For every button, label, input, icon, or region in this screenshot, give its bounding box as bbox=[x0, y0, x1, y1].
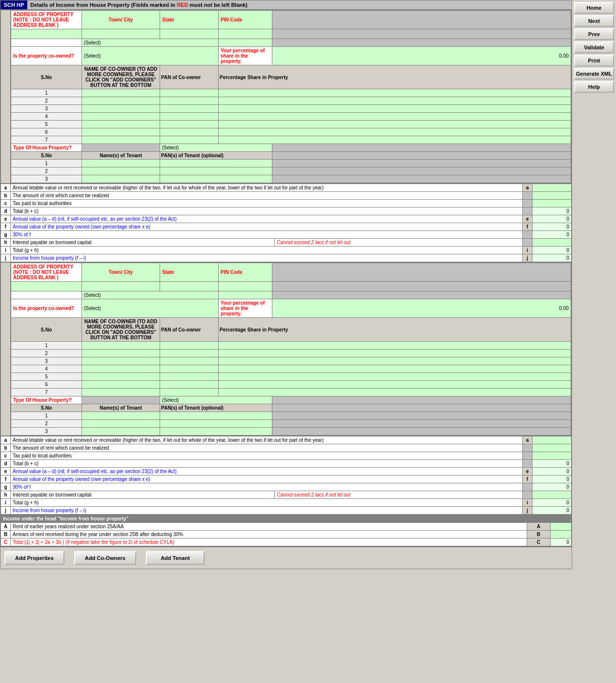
pin-input-1[interactable] bbox=[219, 29, 272, 39]
pin-value-1[interactable] bbox=[219, 39, 272, 47]
row-j-letter-1: j bbox=[523, 254, 533, 262]
home-button[interactable]: Home bbox=[574, 2, 614, 14]
coowner-pct-2-4[interactable] bbox=[219, 365, 571, 373]
address-input-2[interactable] bbox=[11, 282, 82, 291]
coowner-pct-1-5[interactable] bbox=[219, 121, 571, 128]
coowner-name-1-4[interactable] bbox=[82, 113, 160, 121]
coowner-pan-2-1[interactable] bbox=[160, 342, 219, 350]
coowner-pan-2-5[interactable] bbox=[160, 373, 219, 381]
coowner-name-1-7[interactable] bbox=[82, 136, 160, 144]
tenant-row-2-3: 3 bbox=[11, 428, 571, 435]
tenant-name-2-2[interactable] bbox=[82, 420, 160, 428]
town-input-2[interactable] bbox=[82, 282, 160, 291]
print-button[interactable]: Print bbox=[574, 55, 614, 66]
coowner-pan-1-1[interactable] bbox=[160, 89, 219, 97]
coowner-pct-2-5[interactable] bbox=[219, 373, 571, 381]
tenant-pan-2-3[interactable] bbox=[160, 428, 272, 435]
row-b-value-2[interactable] bbox=[533, 444, 572, 452]
coowner-pan-2-3[interactable] bbox=[160, 357, 219, 365]
add-coowners-button[interactable]: Add Co-Owners bbox=[74, 551, 136, 565]
coowner-pct-1-7[interactable] bbox=[219, 136, 571, 144]
row-h-text-1: Interest payable on borrowed capital bbox=[11, 239, 275, 247]
coowner-pct-1-4[interactable] bbox=[219, 113, 571, 121]
type-select-1[interactable]: (Select) bbox=[160, 144, 272, 152]
percentage-label-2: Your percentage of share in the property… bbox=[219, 299, 272, 318]
coowner-pan-1-6[interactable] bbox=[160, 128, 219, 136]
state-select-2[interactable]: (Select) bbox=[82, 291, 219, 299]
coowner-pan-2-4[interactable] bbox=[160, 365, 219, 373]
tenant-name-2-1[interactable] bbox=[82, 412, 160, 420]
row-B-value[interactable] bbox=[550, 531, 571, 538]
coowner-pan-2-7[interactable] bbox=[160, 389, 219, 396]
tenant-name-1-2[interactable] bbox=[82, 167, 160, 175]
coowner-name-2-3[interactable] bbox=[82, 357, 160, 365]
co-owned-select-1[interactable]: (Select) bbox=[82, 47, 219, 65]
percentage-value-2[interactable]: 0.00 bbox=[272, 299, 571, 318]
add-tenant-button[interactable]: Add Tenant bbox=[146, 551, 205, 565]
coowner-pan-1-5[interactable] bbox=[160, 121, 219, 128]
tenant-name-1-3[interactable] bbox=[82, 175, 160, 183]
row-a-value-1[interactable] bbox=[533, 184, 572, 192]
tenant-name-1-1[interactable] bbox=[82, 160, 160, 167]
type-select-2[interactable]: (Select) bbox=[160, 396, 272, 404]
coowner-name-2-1[interactable] bbox=[82, 342, 160, 350]
coowner-pct-2-1[interactable] bbox=[219, 342, 571, 350]
coowner-name-1-3[interactable] bbox=[82, 105, 160, 113]
prev-button[interactable]: Prev bbox=[574, 28, 614, 40]
state-input-2[interactable] bbox=[160, 282, 219, 291]
coowner-name-1-5[interactable] bbox=[82, 121, 160, 128]
row-a-value-2[interactable] bbox=[533, 436, 572, 444]
add-properties-button[interactable]: Add Properties bbox=[4, 551, 64, 565]
coowner-name-2-6[interactable] bbox=[82, 381, 160, 389]
coowner-pct-2-2[interactable] bbox=[219, 350, 571, 357]
coowner-pan-1-4[interactable] bbox=[160, 113, 219, 121]
row-b-blank-1 bbox=[523, 192, 533, 200]
coowner-pan-2-2[interactable] bbox=[160, 350, 219, 357]
coowner-pct-2-6[interactable] bbox=[219, 381, 571, 389]
state-select-1[interactable]: (Select) bbox=[82, 39, 219, 47]
tenant-pan-1-2[interactable] bbox=[160, 167, 272, 175]
type-label-1: Type Of House Property? bbox=[11, 144, 82, 152]
coowner-name-2-4[interactable] bbox=[82, 365, 160, 373]
percentage-value-1[interactable]: 0.00 bbox=[272, 47, 571, 65]
coowner-pct-1-3[interactable] bbox=[219, 105, 571, 113]
row-c-value-1[interactable] bbox=[533, 200, 572, 207]
tenant-name-2-3[interactable] bbox=[82, 428, 160, 435]
coowner-name-2-7[interactable] bbox=[82, 389, 160, 396]
state-input-1[interactable] bbox=[160, 29, 219, 39]
row-b-value-1[interactable] bbox=[533, 192, 572, 200]
tenant-pan-1-1[interactable] bbox=[160, 160, 272, 167]
coowner-pct-1-2[interactable] bbox=[219, 97, 571, 105]
co-owned-select-2[interactable]: (Select) bbox=[82, 299, 219, 318]
pin-value-2[interactable] bbox=[219, 291, 272, 299]
coowner-pan-2-6[interactable] bbox=[160, 381, 219, 389]
row-c-value-2[interactable] bbox=[533, 452, 572, 460]
tenant-pan-1-3[interactable] bbox=[160, 175, 272, 183]
coowner-pan-1-2[interactable] bbox=[160, 97, 219, 105]
coowner-name-2-5[interactable] bbox=[82, 373, 160, 381]
coowner-pan-1-3[interactable] bbox=[160, 105, 219, 113]
coowner-name-1-6[interactable] bbox=[82, 128, 160, 136]
validate-button[interactable]: Validate bbox=[574, 41, 614, 53]
help-button[interactable]: Help bbox=[574, 81, 614, 93]
generate-xml-button[interactable]: Generate XML bbox=[574, 68, 614, 80]
coowner-pct-1-6[interactable] bbox=[219, 128, 571, 136]
coowner-name-1-1[interactable] bbox=[82, 89, 160, 97]
next-button[interactable]: Next bbox=[574, 15, 614, 27]
coowner-pct-1-1[interactable] bbox=[219, 89, 571, 97]
tenant-pan-2-1[interactable] bbox=[160, 412, 272, 420]
pin-input-2[interactable] bbox=[219, 282, 272, 291]
row-A-value[interactable] bbox=[550, 523, 571, 531]
town-input-1[interactable] bbox=[82, 29, 160, 39]
coowner-name-2-2[interactable] bbox=[82, 350, 160, 357]
row-h-value-2[interactable] bbox=[533, 491, 572, 499]
coowner-pct-2-3[interactable] bbox=[219, 357, 571, 365]
coowner-row-1-1: 1 bbox=[11, 89, 571, 97]
coowner-name-1-2[interactable] bbox=[82, 97, 160, 105]
address-input-1[interactable] bbox=[11, 29, 82, 39]
coowner-pct-2-7[interactable] bbox=[219, 389, 571, 396]
row-h-value-1[interactable] bbox=[533, 239, 572, 247]
coowner-pan-1-7[interactable] bbox=[160, 136, 219, 144]
pin-extra-2 bbox=[272, 291, 571, 299]
tenant-pan-2-2[interactable] bbox=[160, 420, 272, 428]
